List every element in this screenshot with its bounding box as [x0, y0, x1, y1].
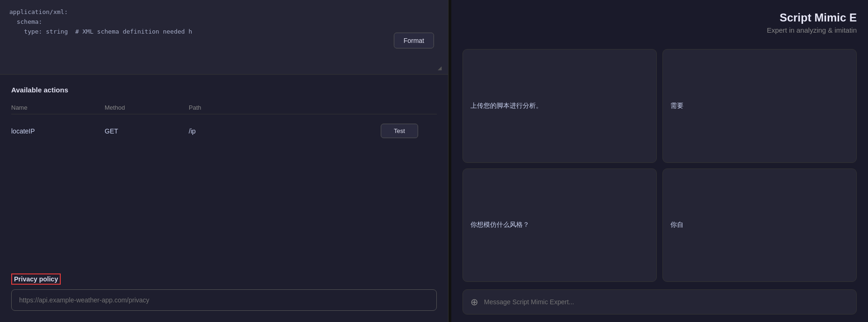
test-button[interactable]: Test: [381, 124, 418, 138]
resize-handle[interactable]: ◢: [438, 64, 444, 70]
row-path: /ip: [189, 127, 381, 135]
col-name: Name: [11, 104, 105, 111]
app-subtitle: Expert in analyzing & imitatin: [462, 26, 857, 34]
actions-section: Available actions Name Method Path locat…: [0, 75, 448, 273]
message-input-area: ⊕: [462, 289, 857, 315]
suggestion-card-3[interactable]: 你自: [662, 168, 857, 282]
privacy-section: Privacy policy: [0, 273, 448, 322]
message-input[interactable]: [484, 298, 849, 306]
suggestion-card-0[interactable]: 上传您的脚本进行分析。: [462, 49, 657, 163]
actions-title: Available actions: [11, 86, 437, 94]
suggestion-grid: 上传您的脚本进行分析。 需要 你想模仿什么风格？ 你自: [462, 49, 857, 282]
left-panel: application/xml: schema: type: string # …: [0, 0, 448, 322]
row-method: GET: [105, 127, 189, 135]
table-row: locateIP GET /ip Test: [11, 118, 437, 144]
format-button[interactable]: Format: [394, 32, 434, 48]
paperclip-icon[interactable]: ⊕: [470, 296, 478, 308]
suggestion-card-1[interactable]: 需要: [662, 49, 857, 163]
right-header: Script Mimic E Expert in analyzing & imi…: [462, 11, 857, 34]
code-area: application/xml: schema: type: string # …: [0, 0, 448, 75]
table-header: Name Method Path: [11, 101, 437, 114]
privacy-label: Privacy policy: [11, 273, 61, 285]
col-action: [381, 104, 437, 111]
col-path: Path: [189, 104, 381, 111]
code-content: application/xml: schema: type: string # …: [9, 7, 439, 36]
app-title: Script Mimic E: [462, 11, 857, 24]
suggestion-card-2[interactable]: 你想模仿什么风格？: [462, 168, 657, 282]
right-panel: Script Mimic E Expert in analyzing & imi…: [451, 0, 868, 322]
privacy-input[interactable]: [11, 289, 437, 311]
row-name: locateIP: [11, 127, 105, 135]
col-method: Method: [105, 104, 189, 111]
